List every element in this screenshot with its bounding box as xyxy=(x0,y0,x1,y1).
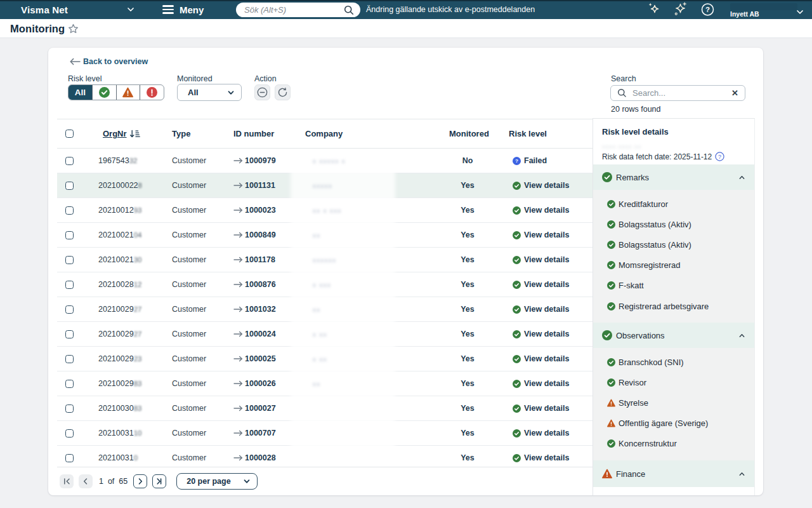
svg-text:?: ? xyxy=(515,158,518,164)
svg-text:?: ? xyxy=(718,154,721,160)
svg-text:?: ? xyxy=(705,6,710,13)
